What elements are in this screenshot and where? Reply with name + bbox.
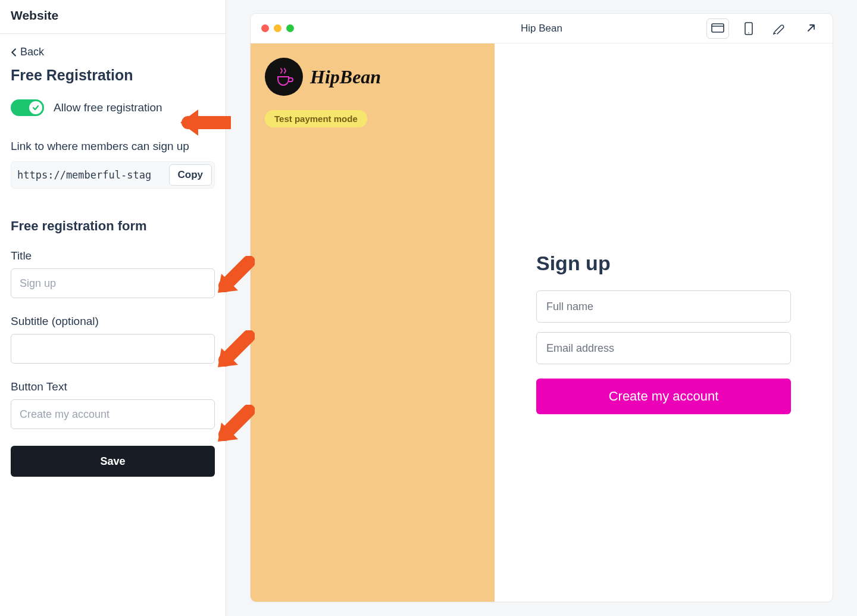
browser-bar: Hip Bean: [251, 14, 833, 43]
toggle-check-icon: [32, 104, 40, 112]
browser-title: Hip Bean: [521, 23, 562, 35]
allow-free-registration-toggle[interactable]: [11, 99, 44, 116]
svg-point-3: [748, 32, 749, 33]
page-title: Free Registration: [11, 67, 215, 84]
brand-logo: [265, 58, 303, 96]
title-field-label: Title: [11, 249, 215, 262]
payment-mode-badge: Test payment mode: [265, 110, 367, 127]
signup-link-text: https://memberful-stag: [11, 162, 167, 188]
button-text-field-label: Button Text: [11, 380, 215, 393]
mobile-view-icon[interactable]: [737, 18, 760, 39]
email-input[interactable]: [536, 332, 791, 364]
copy-button[interactable]: Copy: [169, 164, 212, 186]
signup-form-panel: Sign up Create my account: [495, 43, 833, 602]
button-text-input[interactable]: [11, 399, 215, 429]
toggle-label: Allow free registration: [54, 101, 162, 114]
form-section-heading: Free registration form: [11, 218, 215, 234]
annotation-arrow-icon: [177, 105, 231, 140]
chevron-left-icon: [11, 48, 17, 57]
svg-rect-0: [712, 24, 724, 32]
subtitle-input[interactable]: [11, 334, 215, 364]
signup-link-label: Link to where members can sign up: [11, 140, 215, 153]
subtitle-field-label: Subtitle (optional): [11, 315, 215, 328]
annotation-arrow-icon: [213, 256, 255, 298]
fullname-input[interactable]: [536, 290, 791, 323]
brand-panel: HipBean Test payment mode: [251, 43, 495, 602]
brand-name: HipBean: [310, 66, 381, 88]
annotation-arrow-icon: [213, 330, 255, 372]
customize-icon[interactable]: [768, 18, 791, 39]
annotation-arrow-icon: [213, 405, 255, 446]
back-label: Back: [20, 46, 44, 58]
traffic-light-minimize-icon: [274, 24, 282, 32]
traffic-light-maximize-icon: [286, 24, 294, 32]
title-input[interactable]: [11, 268, 215, 298]
back-link[interactable]: Back: [11, 46, 44, 58]
traffic-light-close-icon: [261, 24, 269, 32]
sidebar-header-title: Website: [11, 8, 215, 23]
sidebar-header: Website: [0, 0, 226, 34]
create-account-button[interactable]: Create my account: [536, 379, 791, 414]
signup-form-heading: Sign up: [536, 252, 791, 275]
browser-preview: Hip Bean: [250, 13, 833, 602]
traffic-lights: [251, 14, 305, 43]
coffee-cup-icon: [271, 64, 297, 90]
signup-link-box: https://memberful-stag Copy: [11, 161, 215, 189]
open-external-icon[interactable]: [799, 18, 822, 39]
desktop-view-icon[interactable]: [706, 18, 729, 39]
save-button[interactable]: Save: [11, 446, 215, 477]
